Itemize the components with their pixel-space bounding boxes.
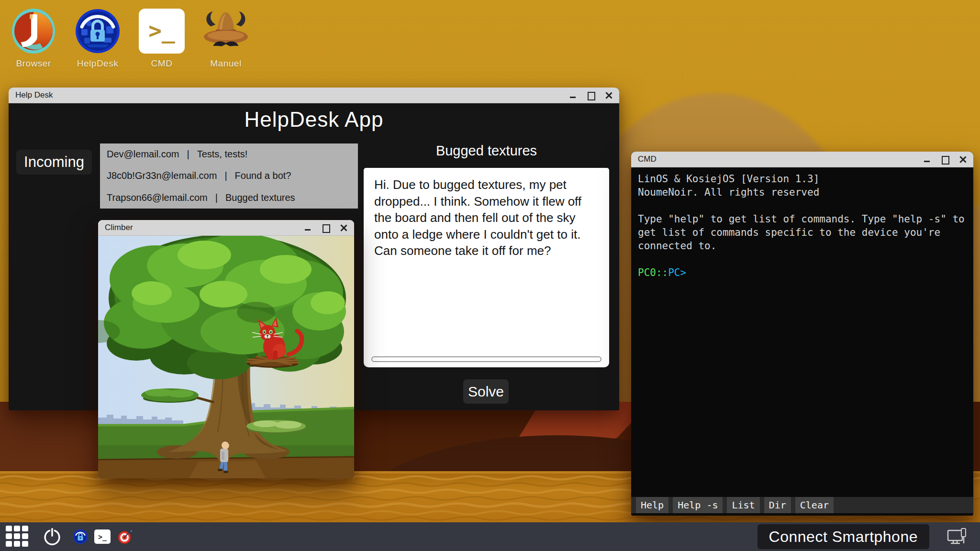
cmd-window: CMD LinOS & KosiejOS [Version 1.3] Noume… [631, 152, 973, 516]
minimize-icon[interactable] [923, 155, 931, 164]
taskbar-right: Connect Smartphone [757, 524, 968, 549]
target-glyph [117, 529, 133, 545]
desktop-icon-label: CMD [151, 58, 173, 69]
window-controls [923, 155, 967, 164]
cmd-dir-button[interactable]: Dir [764, 497, 791, 513]
maximize-icon[interactable] [941, 155, 949, 164]
browser-icon [11, 8, 56, 55]
cmd-glyph: >_ [148, 18, 175, 44]
desktop-icon-row: Browser HelpDesk [8, 8, 252, 69]
ticket-email: Dev@lemail.com [107, 149, 179, 160]
app-launcher-icon[interactable] [6, 526, 30, 548]
maximize-icon[interactable] [322, 224, 330, 232]
helpdesk-icon [75, 8, 121, 54]
ticket-detail-card: Hi. Due to bugged textures, my pet dropp… [364, 168, 609, 367]
helpdesk-mini-glyph [73, 529, 88, 544]
terminal-rights-line: NoumeNoir. All rights reserved [638, 186, 967, 199]
ticket-detail-body: Hi. Due to bugged textures, my pet dropp… [364, 168, 609, 259]
window-controls [569, 91, 612, 99]
desktop-icon-cmd[interactable]: >_ CMD [136, 8, 188, 69]
display-connect-icon[interactable] [947, 527, 968, 546]
terminal-quick-buttons: Help Help -s List Dir Clear [631, 497, 973, 513]
taskbar-target-icon[interactable] [117, 529, 133, 545]
terminal-version-line: LinOS & KosiejOS [Version 1.3] [638, 172, 967, 186]
ticket-separator: | [187, 149, 189, 160]
ticket-email: Trapson66@lemail.com [107, 192, 208, 203]
helpdesk-window-title: Help Desk [15, 90, 53, 100]
minimize-icon[interactable] [304, 224, 312, 232]
taskbar-cmd-icon[interactable]: >_ [94, 529, 111, 544]
taskbar-helpdesk-icon[interactable] [73, 529, 88, 544]
cmd-clear-button[interactable]: Clear [795, 497, 834, 513]
cmd-glyph: >_ [98, 533, 107, 541]
terminal-output: LinOS & KosiejOS [Version 1.3] NoumeNoir… [631, 168, 973, 279]
terminal-prompt: PC0::PC> [638, 266, 967, 279]
climber-game-scene[interactable] [98, 236, 354, 478]
desktop-icon-browser[interactable]: Browser [8, 8, 59, 69]
desktop-icon-manuel[interactable]: Manuel [200, 8, 252, 69]
helpdesk-titlebar[interactable]: Help Desk [9, 88, 619, 103]
ticket-subject: Found a bot? [235, 170, 291, 181]
helpdesk-app-title: HelpDesk App [9, 108, 619, 132]
ticket-row[interactable]: J8c0b!Gr33n@lemail.com | Found a bot? [100, 165, 358, 187]
close-icon[interactable] [339, 224, 347, 232]
cmd-help-button[interactable]: Help [636, 497, 668, 513]
ticket-detail-title: Bugged textures [364, 143, 609, 159]
power-glyph [42, 527, 62, 547]
desktop-icon-label: Browser [16, 58, 51, 69]
terminal-help-text: Type "help" to get list of commands. Typ… [638, 212, 967, 253]
solve-button[interactable]: Solve [463, 379, 509, 404]
prompt-host: PC0:: [638, 267, 668, 278]
taskbar: >_ Connect Smartphone [0, 522, 980, 551]
ticket-separator: | [215, 192, 218, 203]
climber-titlebar[interactable]: Climber [98, 220, 354, 236]
ticket-row[interactable]: Trapson66@lemail.com | Bugged textures [100, 187, 358, 209]
climber-window-title: Climber [105, 223, 133, 232]
close-icon[interactable] [958, 155, 967, 164]
desktop-icon-label: Manuel [210, 58, 241, 69]
cmd-icon: >_ [137, 8, 186, 55]
close-icon[interactable] [604, 91, 612, 99]
desktop-icon-helpdesk[interactable]: HelpDesk [72, 8, 123, 69]
prompt-device: PC> [668, 267, 686, 278]
tree-canopy [98, 236, 346, 379]
ticket-email: J8c0b!Gr33n@lemail.com [107, 170, 217, 181]
ticket-subject: Tests, tests! [197, 149, 248, 160]
ticket-separator: | [224, 170, 227, 181]
window-controls [304, 224, 347, 232]
minimize-icon[interactable] [569, 91, 577, 99]
ticket-list: Dev@lemail.com | Tests, tests! J8c0b!Gr3… [100, 143, 358, 209]
terminal-area[interactable]: LinOS & KosiejOS [Version 1.3] NoumeNoir… [631, 168, 973, 516]
connect-smartphone-button[interactable]: Connect Smartphone [757, 524, 929, 549]
cmd-mini-glyph: >_ [94, 529, 111, 544]
cmd-list-button[interactable]: List [727, 497, 759, 513]
ticket-subject: Bugged textures [225, 192, 295, 203]
horizontal-scrollbar[interactable] [371, 356, 601, 362]
display-glyph [947, 527, 968, 546]
sombrero-icon [201, 8, 251, 55]
ticket-row[interactable]: Dev@lemail.com | Tests, tests! [100, 143, 358, 165]
desktop-icon-label: HelpDesk [77, 58, 118, 69]
right-bush [246, 420, 306, 433]
power-icon[interactable] [42, 527, 62, 547]
cmd-help-s-button[interactable]: Help -s [673, 497, 723, 513]
cmd-titlebar[interactable]: CMD [631, 152, 973, 167]
climber-window: Climber [98, 220, 354, 478]
climber-scene-graphic [98, 236, 354, 478]
incoming-tab[interactable]: Incoming [16, 150, 92, 175]
cmd-window-title: CMD [638, 154, 657, 164]
maximize-icon[interactable] [587, 91, 595, 99]
